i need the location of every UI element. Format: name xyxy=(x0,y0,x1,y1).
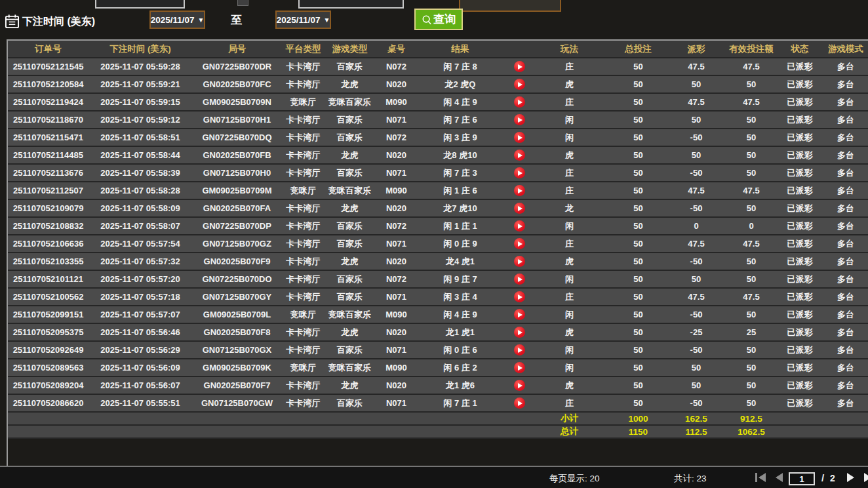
column-header-total_bet: 总投注 xyxy=(603,41,673,58)
cell-total_bet: 50 xyxy=(603,217,673,235)
cell-table_no: N071 xyxy=(375,288,418,306)
cell-game_type: 百家乐 xyxy=(325,111,375,129)
replay-icon[interactable] xyxy=(514,362,525,373)
prev-page-icon[interactable] xyxy=(776,473,783,482)
replay-icon[interactable] xyxy=(514,309,525,320)
cell-bet_time: 2025-11-07 05:57:20 xyxy=(89,270,192,288)
cell-game_type: 龙虎 xyxy=(325,376,375,394)
last-page-icon[interactable] xyxy=(864,473,868,482)
cell-bet_time: 2025-11-07 05:56:29 xyxy=(89,341,192,359)
cell-payout: 47.5 xyxy=(673,93,719,111)
cell-payout: 47.5 xyxy=(673,288,719,306)
replay-icon[interactable] xyxy=(514,114,525,125)
date-to-picker[interactable]: 2025/11/07 ▼ xyxy=(275,10,331,29)
cell-order_id: 251107052103355 xyxy=(8,253,89,270)
column-header-payout: 派彩 xyxy=(673,41,719,58)
replay-icon[interactable] xyxy=(514,397,525,409)
cell-platform: 卡卡湾厅 xyxy=(282,217,325,235)
cell-platform: 卡卡湾厅 xyxy=(282,323,325,341)
replay-icon[interactable] xyxy=(514,327,525,338)
cell-table_no: N020 xyxy=(375,75,418,93)
summary-row: 小计1000162.5912.5 xyxy=(8,412,868,425)
cell-platform: 卡卡湾厅 xyxy=(282,253,325,270)
table-row: 2511070521205842025-11-07 05:59:21GN0202… xyxy=(8,75,868,93)
summary-empty xyxy=(192,412,282,425)
cell-round_id: GM09025B0709N xyxy=(192,93,282,111)
replay-icon[interactable] xyxy=(514,79,525,90)
cell-game_type: 龙虎 xyxy=(325,199,375,217)
summary-payout: 162.5 xyxy=(673,412,719,425)
cell-valid_bet: 47.5 xyxy=(719,235,783,253)
cell-play: 虎 xyxy=(536,376,603,394)
cell-result: 闲 9 庄 7 xyxy=(418,270,503,288)
cell-play: 庄 xyxy=(536,182,603,199)
cell-total_bet: 50 xyxy=(603,341,673,359)
replay-icon[interactable] xyxy=(514,380,525,391)
replay-icon[interactable] xyxy=(514,238,525,249)
replay-icon[interactable] xyxy=(514,291,525,302)
cell-status: 已派彩 xyxy=(783,270,816,288)
cell-valid_bet: 50 xyxy=(719,306,783,323)
cell-platform: 卡卡湾厅 xyxy=(282,199,325,217)
replay-icon[interactable] xyxy=(514,167,525,178)
cell-result: 闲 1 庄 6 xyxy=(418,182,503,199)
cutoff-small-button[interactable] xyxy=(237,0,248,6)
cell-mode: 多台 xyxy=(816,146,868,164)
date-from-picker[interactable]: 2025/11/07 ▼ xyxy=(149,10,205,29)
replay-icon[interactable] xyxy=(514,96,525,108)
cell-total_bet: 50 xyxy=(603,376,673,394)
cell-replay xyxy=(503,182,536,199)
cell-total_bet: 50 xyxy=(603,93,673,111)
cell-mode: 多台 xyxy=(816,253,868,270)
cell-result: 闲 0 庄 9 xyxy=(418,235,503,253)
next-page-icon[interactable] xyxy=(847,473,854,482)
cell-order_id: 251107052101121 xyxy=(8,270,89,288)
cell-total_bet: 50 xyxy=(603,359,673,376)
cell-mode: 多台 xyxy=(816,93,868,111)
cell-payout: -50 xyxy=(673,199,719,217)
summary-empty xyxy=(282,412,325,425)
cell-total_bet: 50 xyxy=(603,164,673,182)
cutoff-input-left[interactable] xyxy=(95,0,185,9)
cell-bet_time: 2025-11-07 05:58:51 xyxy=(89,129,192,146)
cell-valid_bet: 50 xyxy=(719,394,783,412)
cell-total_bet: 50 xyxy=(603,235,673,253)
cell-play: 闲 xyxy=(536,306,603,323)
replay-icon[interactable] xyxy=(514,203,525,214)
cutoff-input-middle[interactable] xyxy=(298,0,404,9)
replay-icon[interactable] xyxy=(514,256,525,267)
replay-icon[interactable] xyxy=(514,344,525,356)
cutoff-dropdown-right[interactable] xyxy=(459,0,561,12)
page-number-input[interactable] xyxy=(789,472,815,485)
cell-table_no: N071 xyxy=(375,341,418,359)
cell-payout: 50 xyxy=(673,146,719,164)
cell-bet_time: 2025-11-07 05:57:54 xyxy=(89,235,192,253)
replay-icon[interactable] xyxy=(514,274,525,285)
cell-status: 已派彩 xyxy=(783,111,816,129)
summary-empty xyxy=(8,425,89,438)
cell-valid_bet: 47.5 xyxy=(719,182,783,199)
table-row: 2511070521125072025-11-07 05:58:28GM0902… xyxy=(8,182,868,199)
cell-status: 已派彩 xyxy=(783,164,816,182)
first-page-icon[interactable] xyxy=(755,473,766,482)
cell-round_id: GM09025B0709M xyxy=(192,182,282,199)
summary-valid_bet: 1062.5 xyxy=(719,425,783,438)
cell-mode: 多台 xyxy=(816,341,868,359)
replay-icon[interactable] xyxy=(514,150,525,161)
cell-payout: 50 xyxy=(673,75,719,93)
cell-order_id: 251107052121545 xyxy=(8,58,89,75)
replay-icon[interactable] xyxy=(514,61,525,72)
cell-replay xyxy=(503,235,536,253)
cell-platform: 卡卡湾厅 xyxy=(282,146,325,164)
chevron-down-icon: ▼ xyxy=(323,16,330,24)
cell-result: 龙2 虎Q xyxy=(418,75,503,93)
replay-icon[interactable] xyxy=(514,132,525,143)
cell-round_id: GN02025B070F8 xyxy=(192,323,282,341)
replay-icon[interactable] xyxy=(514,220,525,232)
search-button[interactable]: 查询 xyxy=(414,9,463,30)
cell-play: 虎 xyxy=(536,323,603,341)
cell-round_id: GM09025B0709L xyxy=(192,306,282,323)
cell-game_type: 竞咪百家乐 xyxy=(325,93,375,111)
cell-total_bet: 50 xyxy=(603,75,673,93)
replay-icon[interactable] xyxy=(514,185,525,196)
